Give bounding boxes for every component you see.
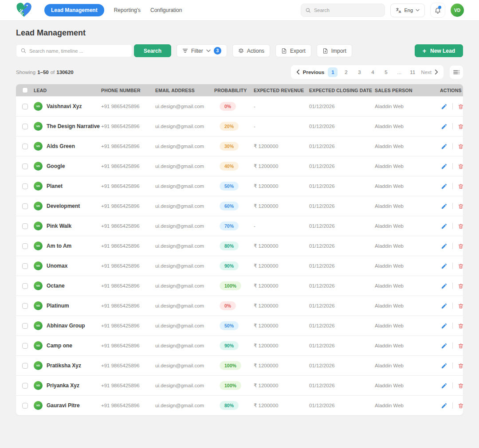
delete-button[interactable] (457, 302, 463, 310)
delete-button[interactable] (457, 342, 463, 350)
delete-button[interactable] (457, 322, 463, 330)
row-checkbox[interactable] (22, 303, 28, 309)
row-checkbox[interactable] (22, 263, 28, 269)
pagination-previous[interactable]: Previous (296, 70, 325, 75)
delete-button[interactable] (457, 162, 463, 171)
row-checkbox[interactable] (22, 144, 28, 149)
lead-cell: VD The Design Narrative (34, 122, 101, 131)
pagination-page-3[interactable]: 3 (354, 67, 364, 77)
pagination-page-1[interactable]: 1 (328, 67, 338, 77)
actions-divider (452, 243, 453, 249)
edit-button[interactable] (440, 142, 448, 151)
pagination-next[interactable]: Next (421, 70, 438, 75)
pagination-page-4[interactable]: 4 (368, 67, 377, 77)
phone-cell: +91 9865425896 (101, 323, 155, 328)
delete-button[interactable] (457, 282, 463, 290)
import-button[interactable]: Import (317, 44, 352, 57)
global-search-input[interactable] (314, 8, 380, 13)
edit-button[interactable] (440, 382, 448, 390)
edit-button[interactable] (440, 401, 448, 410)
filter-button[interactable]: Filter 3 (177, 44, 227, 57)
row-checkbox[interactable] (22, 164, 28, 169)
column-header-sales-person: SALES PERSON (375, 88, 440, 93)
delete-button[interactable] (457, 182, 463, 191)
actions-cell (440, 102, 463, 111)
new-lead-button[interactable]: + New Lead (415, 44, 463, 57)
row-checkbox[interactable] (22, 323, 28, 329)
lead-name: Unomax (47, 263, 67, 269)
table-options-button[interactable] (450, 66, 463, 79)
delete-button[interactable] (457, 222, 463, 230)
global-search[interactable] (301, 4, 385, 17)
search-button[interactable]: Search (134, 44, 171, 57)
row-checkbox[interactable] (22, 363, 28, 369)
pagination-page-11[interactable]: 11 (408, 67, 417, 77)
delete-button[interactable] (457, 142, 463, 151)
lead-search-box[interactable] (16, 44, 132, 57)
page-title: Lead Management (16, 28, 463, 38)
lead-name: Octane (47, 283, 65, 289)
probability-badge: 80% (220, 242, 239, 250)
phone-cell: +91 9865425896 (101, 343, 155, 348)
user-avatar[interactable]: VD (451, 4, 464, 17)
edit-button[interactable] (440, 322, 448, 330)
actions-divider (452, 323, 453, 329)
pencil-icon (441, 223, 448, 230)
edit-button[interactable] (440, 282, 448, 290)
edit-button[interactable] (440, 202, 448, 210)
edit-button[interactable] (440, 242, 448, 250)
row-checkbox[interactable] (22, 183, 28, 189)
nav-item-lead-management[interactable]: Lead Management (44, 4, 104, 16)
edit-button[interactable] (440, 102, 448, 111)
edit-button[interactable] (440, 182, 448, 191)
phone-cell: +91 9865425896 (101, 283, 155, 288)
row-checkbox[interactable] (22, 283, 28, 289)
pagination-page-2[interactable]: 2 (341, 67, 351, 77)
sales-person-cell: Aladdin Web (375, 124, 440, 129)
column-header-phone-number: PHONE NUMBER (101, 88, 155, 93)
row-checkbox[interactable] (22, 203, 28, 209)
probability-cell: 60% (214, 202, 254, 210)
pagination-page-5[interactable]: 5 (381, 67, 391, 77)
delete-button[interactable] (457, 401, 463, 410)
actions-cell (440, 262, 463, 270)
notifications-button[interactable] (430, 3, 445, 18)
language-selector[interactable]: A Eng (390, 4, 425, 17)
delete-button[interactable] (457, 122, 463, 131)
lead-name: Vaishnavi Xyz (47, 103, 82, 109)
row-checkbox-cell (16, 343, 34, 349)
edit-button[interactable] (440, 362, 448, 370)
edit-button[interactable] (440, 302, 448, 310)
nav-item-configuration[interactable]: Configuration (150, 4, 182, 16)
edit-button[interactable] (440, 122, 448, 131)
row-checkbox[interactable] (22, 104, 28, 109)
edit-button[interactable] (440, 222, 448, 230)
filter-count-badge: 3 (214, 47, 221, 55)
lead-name: Gauravi Pitre (47, 402, 80, 409)
select-all-checkbox[interactable] (22, 87, 28, 93)
actions-button[interactable]: Actions (232, 44, 270, 57)
delete-button[interactable] (457, 382, 463, 390)
edit-button[interactable] (440, 342, 448, 350)
delete-button[interactable] (457, 242, 463, 250)
app-logo[interactable] (15, 2, 33, 19)
row-checkbox[interactable] (22, 403, 28, 409)
row-checkbox-cell (16, 323, 34, 329)
export-button[interactable]: Export (275, 44, 311, 57)
lead-search-input[interactable] (29, 48, 127, 54)
revenue-cell: ₹ 1200000 (254, 362, 309, 369)
row-checkbox[interactable] (22, 223, 28, 229)
edit-button[interactable] (440, 162, 448, 171)
row-checkbox[interactable] (22, 343, 28, 349)
row-checkbox[interactable] (22, 383, 28, 389)
row-checkbox[interactable] (22, 124, 28, 129)
nav-item-reporting-s[interactable]: Reporting's (114, 4, 141, 16)
table-row: VD Gauravi Pitre +91 9865425896 ui.desig… (16, 395, 463, 415)
delete-button[interactable] (457, 102, 463, 111)
delete-button[interactable] (457, 362, 463, 370)
delete-button[interactable] (457, 202, 463, 210)
lead-avatar: VD (34, 381, 43, 390)
edit-button[interactable] (440, 262, 448, 270)
delete-button[interactable] (457, 262, 463, 270)
row-checkbox[interactable] (22, 243, 28, 249)
